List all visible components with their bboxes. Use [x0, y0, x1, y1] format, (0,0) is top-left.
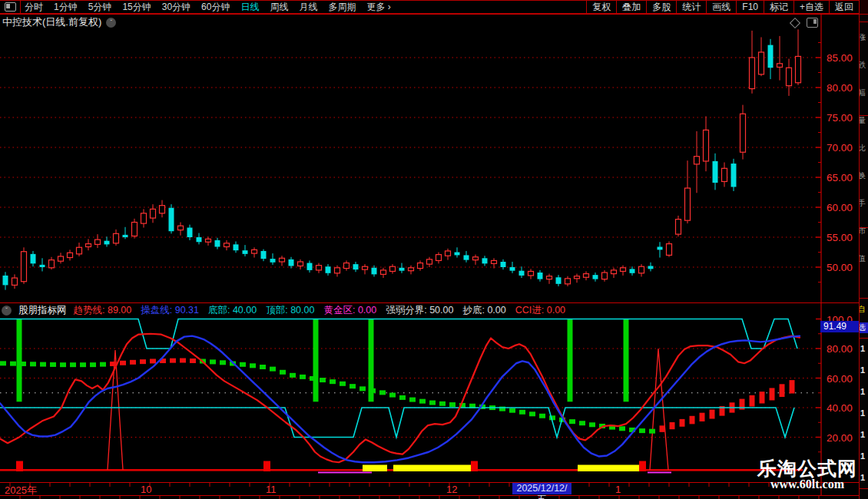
- candle-down: [261, 251, 267, 259]
- sidebar-divider: [860, 338, 868, 339]
- golden-dash-green: [409, 398, 416, 402]
- candle-up: [206, 239, 211, 242]
- chart-canvas[interactable]: 85.0080.0075.0070.0065.0060.0055.0050.00…: [0, 14, 859, 499]
- candle-down: [510, 267, 515, 271]
- top-toolbar: 分时1分钟5分钟15分钟30分钟60分钟日线周线月线多周期更多 › 复权叠加多股…: [0, 0, 859, 14]
- right-sidebar-strip[interactable]: 涨跌幅量比换手市值自选1111111: [859, 0, 868, 499]
- tab-period-5[interactable]: 60分钟: [201, 1, 230, 14]
- tab-period-1[interactable]: 1分钟: [54, 1, 78, 14]
- tab-period-10[interactable]: 更多 ›: [366, 1, 390, 14]
- golden-dash-green: [379, 390, 386, 395]
- period-tabs: 分时1分钟5分钟15分钟30分钟60分钟日线周线月线多周期更多 ›: [25, 1, 391, 13]
- golden-dash-green: [569, 419, 575, 424]
- golden-dash-green: [619, 426, 625, 431]
- candle-up: [694, 157, 700, 164]
- toolbar-button-8[interactable]: 返回: [829, 1, 859, 13]
- candle-up: [151, 209, 156, 218]
- candle-up: [363, 266, 368, 269]
- candle-down: [648, 266, 654, 269]
- golden-dash-green: [290, 373, 296, 378]
- toolbar-button-6[interactable]: 标记: [764, 1, 793, 13]
- tab-period-8[interactable]: 月线: [299, 1, 317, 14]
- candle-down: [215, 240, 220, 247]
- candle-up: [298, 262, 303, 266]
- toolbar-button-5[interactable]: F10: [736, 1, 764, 13]
- candle-down: [326, 266, 331, 273]
- sidebar-glyph-3: 量: [859, 115, 868, 126]
- candle-up: [178, 226, 184, 230]
- golden-dash-green: [10, 362, 16, 366]
- candle-down: [658, 246, 663, 250]
- candle-down: [713, 161, 718, 183]
- golden-dash-red: [690, 416, 695, 425]
- candle-up: [132, 223, 137, 236]
- toolbar-button-2[interactable]: 多股: [646, 1, 676, 13]
- split-window-icon: [5, 2, 16, 12]
- golden-dash-green: [240, 362, 246, 367]
- toolbar-button-3[interactable]: 统计: [676, 1, 706, 13]
- golden-dash-green: [20, 362, 26, 366]
- golden-dash-green: [260, 365, 266, 369]
- tab-period-9[interactable]: 多周期: [328, 1, 356, 14]
- split-window-button[interactable]: [0, 1, 21, 13]
- sidebar-glyph-1: 跌: [859, 60, 868, 71]
- candle-down: [556, 277, 562, 284]
- candle-down: [31, 254, 36, 263]
- chart-title-row[interactable]: 中控技术(日线.前复权): [2, 15, 116, 29]
- tab-period-7[interactable]: 周线: [270, 1, 288, 14]
- candle-up: [759, 52, 764, 74]
- golden-dash-green: [579, 421, 585, 425]
- tab-period-4[interactable]: 30分钟: [162, 1, 190, 14]
- collapse-chevron-icon[interactable]: [2, 306, 12, 316]
- candle-up: [446, 251, 451, 256]
- tab-period-2[interactable]: 5分钟: [88, 1, 112, 14]
- candle-up: [436, 255, 442, 261]
- tab-period-3[interactable]: 15分钟: [122, 1, 151, 14]
- candle-up: [611, 270, 617, 274]
- candle-down: [768, 45, 774, 68]
- candle-up: [685, 188, 691, 220]
- toolbar-button-7[interactable]: +自选: [793, 1, 829, 13]
- indicator-field-6: 抄底: 0.00: [462, 304, 505, 317]
- window-layout-icon[interactable]: [807, 18, 818, 28]
- sidebar-number-5: 1: [860, 451, 868, 461]
- candle-down: [455, 253, 460, 256]
- candle-down: [307, 263, 313, 270]
- candle-up: [252, 250, 257, 253]
- tab-period-6[interactable]: 日线: [240, 1, 259, 14]
- golden-dash-green: [399, 395, 406, 400]
- candle-up: [621, 268, 626, 272]
- candle-up: [473, 257, 479, 260]
- golden-dash-red: [130, 360, 136, 365]
- candle-up: [740, 114, 746, 152]
- indicator-axis-label: 20.00: [827, 432, 853, 444]
- golden-dash-red: [680, 419, 685, 427]
- toolbar-button-1[interactable]: 叠加: [616, 1, 646, 13]
- tab-period-0[interactable]: 分时: [25, 1, 43, 14]
- golden-dash-red: [790, 380, 795, 393]
- sidebar-glyph-highlight: 自: [859, 304, 868, 315]
- candle-up: [565, 279, 571, 284]
- golden-dash-green: [100, 362, 106, 367]
- indicator-field-0: 趋势线: 89.00: [74, 304, 132, 317]
- candle-up: [528, 271, 534, 275]
- indicator-axis-label: 40.00: [827, 402, 853, 414]
- green-signal-bar: [624, 319, 629, 402]
- candle-up: [602, 273, 608, 279]
- sidebar-number-1: 1: [860, 365, 868, 375]
- candle-down: [3, 276, 8, 285]
- sidebar-number-4: 1: [860, 430, 868, 439]
- candle-up: [750, 58, 755, 89]
- diamond-icon[interactable]: [790, 17, 800, 28]
- toolbar-button-0[interactable]: 复权: [586, 1, 616, 13]
- chevron-down-icon[interactable]: [106, 18, 116, 28]
- candle-down: [399, 268, 405, 271]
- price-axis-label: 85.00: [827, 52, 853, 64]
- sidebar-glyph-5: 换: [859, 170, 868, 181]
- toolbar-button-4[interactable]: 画线: [706, 1, 736, 13]
- sidebar-glyph-2: 幅: [859, 88, 868, 98]
- candle-down: [353, 264, 359, 269]
- candle-up: [639, 266, 644, 273]
- candle-up: [335, 268, 340, 273]
- golden-dash-green: [509, 408, 515, 413]
